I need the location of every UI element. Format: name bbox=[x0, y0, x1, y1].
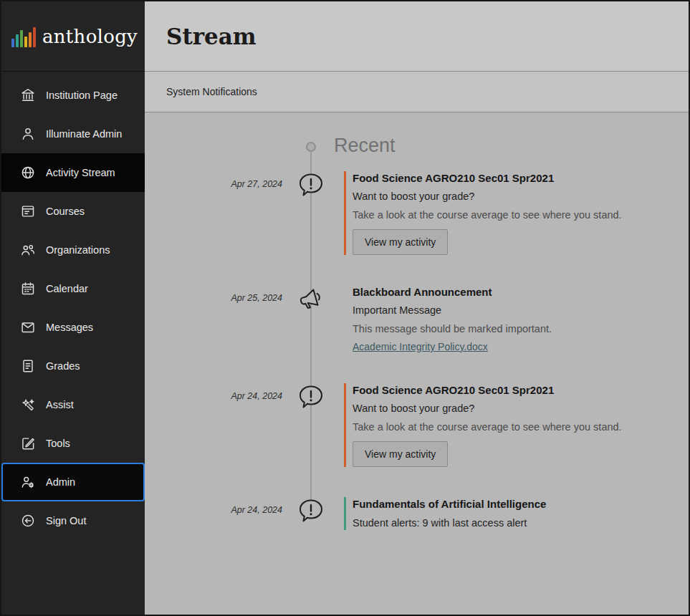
assist-icon bbox=[20, 397, 36, 413]
sidebar-item-sign-out[interactable]: Sign Out bbox=[1, 501, 145, 540]
timeline-node bbox=[306, 142, 316, 152]
anthology-logo[interactable]: anthology bbox=[1, 1, 145, 72]
entry-title: Food Science AGRO210 Sec01 Spr2021 bbox=[353, 383, 689, 398]
stream-entry: Apr 27, 2024 Food Science AGRO210 Sec01 … bbox=[145, 171, 689, 255]
alert-bubble-icon bbox=[297, 383, 325, 412]
sidebar-item-label: Assist bbox=[46, 399, 74, 410]
stream-content: Recent Apr 27, 2024 Food Science AGRO210… bbox=[145, 112, 689, 615]
institution-icon bbox=[20, 87, 36, 103]
sidebar-item-organizations[interactable]: Organizations bbox=[1, 231, 145, 269]
sidebar-item-label: Calendar bbox=[46, 283, 88, 294]
entry-body: Food Science AGRO210 Sec01 Spr2021 Want … bbox=[344, 171, 689, 255]
sidebar-item-label: Activity Stream bbox=[46, 167, 115, 178]
entry-text: Want to boost your grade? bbox=[353, 189, 689, 203]
main-area: Stream System Notifications Recent Apr 2… bbox=[145, 1, 689, 615]
entry-subtext: Take a look at the course average to see… bbox=[353, 208, 689, 222]
stream-entry: Apr 25, 2024 Blackboard Announcement Imp… bbox=[145, 285, 689, 353]
organizations-icon bbox=[20, 242, 36, 258]
stream-entry: Apr 24, 2024 Food Science AGRO210 Sec01 … bbox=[145, 383, 689, 467]
page-header: Stream bbox=[145, 1, 689, 72]
globe-icon bbox=[20, 165, 36, 181]
signout-icon bbox=[20, 513, 36, 529]
entry-body: Fundamentals of Artificial Intelligence … bbox=[344, 497, 689, 530]
sidebar-item-label: Illuminate Admin bbox=[46, 128, 122, 140]
anthology-logo-icon bbox=[11, 26, 36, 47]
alert-bubble-icon bbox=[297, 171, 325, 200]
sidebar-item-messages[interactable]: Messages bbox=[1, 308, 145, 347]
page-title: Stream bbox=[166, 24, 257, 49]
entry-text: Want to boost your grade? bbox=[353, 401, 689, 415]
sidebar-item-calendar[interactable]: Calendar bbox=[1, 269, 145, 308]
messages-icon bbox=[20, 319, 36, 335]
sidebar-item-courses[interactable]: Courses bbox=[1, 192, 145, 231]
entry-subtext: This message should be marked important. bbox=[353, 322, 689, 336]
megaphone-icon bbox=[297, 285, 325, 314]
sidebar-item-grades[interactable]: Grades bbox=[1, 347, 145, 385]
admin-icon bbox=[20, 474, 36, 490]
sidebar-item-label: Institution Page bbox=[46, 90, 118, 101]
sidebar-item-activity-stream[interactable]: Activity Stream bbox=[1, 153, 145, 192]
alert-bubble-icon bbox=[297, 497, 325, 526]
sidebar-item-label: Tools bbox=[46, 438, 70, 449]
sidebar-item-label: Courses bbox=[46, 206, 85, 217]
sidebar-item-illuminate-admin[interactable]: Illuminate Admin bbox=[1, 115, 145, 153]
grades-icon bbox=[20, 358, 36, 374]
entry-text: Important Message bbox=[353, 303, 689, 317]
view-my-activity-button[interactable]: View my activity bbox=[353, 229, 448, 255]
sidebar-item-assist[interactable]: Assist bbox=[1, 385, 145, 424]
entry-date: Apr 27, 2024 bbox=[231, 179, 282, 189]
entry-date: Apr 24, 2024 bbox=[231, 391, 282, 401]
sidebar-menu: Institution Page Illuminate Admin Activi… bbox=[1, 72, 145, 615]
stream-entry: Apr 24, 2024 Fundamentals of Artificial … bbox=[145, 497, 689, 534]
recent-heading: Recent bbox=[334, 134, 689, 158]
sidebar-item-label: Admin bbox=[46, 476, 75, 488]
anthology-logo-text: anthology bbox=[42, 26, 138, 47]
tools-icon bbox=[20, 435, 36, 451]
sidebar: anthology Institution Page Illuminate Ad… bbox=[1, 1, 145, 615]
app-window: anthology Institution Page Illuminate Ad… bbox=[0, 0, 690, 616]
sidebar-item-label: Sign Out bbox=[46, 515, 86, 526]
entry-body: Food Science AGRO210 Sec01 Spr2021 Want … bbox=[344, 383, 689, 467]
sidebar-item-label: Grades bbox=[46, 360, 80, 372]
tab-system-notifications[interactable]: System Notifications bbox=[166, 86, 257, 97]
entry-title: Blackboard Announcement bbox=[353, 285, 689, 299]
person-icon bbox=[20, 126, 36, 142]
stream-subheader: System Notifications bbox=[145, 72, 689, 112]
activity-timeline: Recent Apr 27, 2024 Food Science AGRO210… bbox=[145, 134, 689, 534]
view-my-activity-button[interactable]: View my activity bbox=[353, 441, 448, 467]
entry-body: Blackboard Announcement Important Messag… bbox=[344, 285, 689, 353]
entry-subtext: Take a look at the course average to see… bbox=[353, 420, 689, 434]
timeline-line bbox=[310, 152, 312, 511]
stream-entries: Apr 27, 2024 Food Science AGRO210 Sec01 … bbox=[145, 171, 689, 534]
sidebar-item-institution-page[interactable]: Institution Page bbox=[1, 76, 145, 115]
courses-icon bbox=[20, 203, 36, 219]
entry-text: Student alerts: 9 with last access alert bbox=[353, 516, 689, 530]
entry-date: Apr 25, 2024 bbox=[231, 293, 282, 303]
sidebar-item-tools[interactable]: Tools bbox=[1, 424, 145, 463]
entry-date: Apr 24, 2024 bbox=[231, 505, 282, 515]
entry-title: Fundamentals of Artificial Intelligence bbox=[353, 497, 689, 511]
attachment-link[interactable]: Academic Integrity Policy.docx bbox=[353, 341, 488, 352]
recent-section-header: Recent bbox=[145, 134, 689, 158]
sidebar-item-label: Messages bbox=[46, 322, 93, 333]
sidebar-item-label: Organizations bbox=[46, 244, 110, 256]
calendar-icon bbox=[20, 281, 36, 297]
entry-title: Food Science AGRO210 Sec01 Spr2021 bbox=[353, 171, 689, 186]
sidebar-item-admin[interactable]: Admin bbox=[1, 463, 145, 501]
